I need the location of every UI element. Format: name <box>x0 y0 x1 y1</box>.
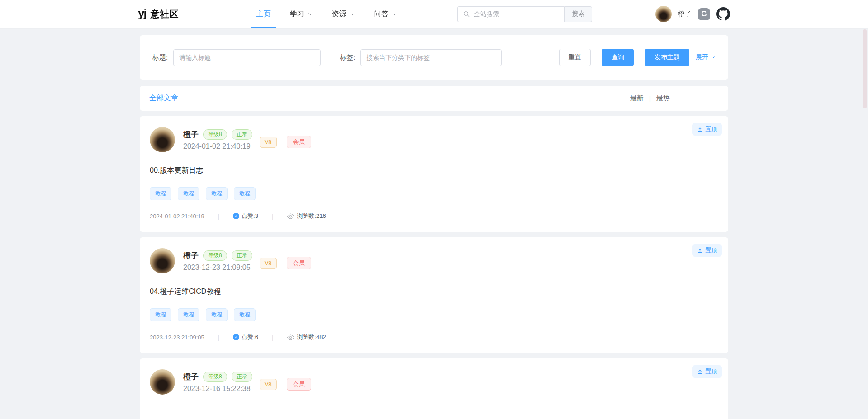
nav-item-resources[interactable]: 资源 <box>323 0 365 28</box>
like-check-icon: ✓ <box>233 213 239 219</box>
scrollbar[interactable] <box>863 29 867 108</box>
views-count: 浏览数:216 <box>297 212 326 220</box>
search-input[interactable] <box>457 6 564 22</box>
post-card: 置顶 橙子 等级8 正常 2023-12-16 15:22:38 V8 会员 <box>140 358 728 419</box>
post-datetime: 2023-12-16 15:22:38 <box>183 385 252 393</box>
pin-button[interactable]: 置顶 <box>692 123 722 136</box>
tag-pill[interactable]: 教程 <box>150 308 171 321</box>
tag-pill[interactable]: 教程 <box>206 187 228 200</box>
nav-item-learn[interactable]: 学习 <box>280 0 323 28</box>
author-avatar[interactable] <box>150 369 175 395</box>
author-name[interactable]: 橙子 <box>183 250 199 261</box>
tag-filter-input[interactable] <box>360 49 502 66</box>
like-check-icon: ✓ <box>233 334 239 340</box>
views-stat: 浏览数:482 <box>287 333 326 341</box>
expand-toggle[interactable]: 展开 <box>696 53 716 61</box>
pin-top-icon <box>697 127 703 132</box>
main-content: 标题: 标签: 重置 查询 发布主题 展开 全部文章 最新 | 最热 置顶 <box>140 35 728 419</box>
filter-actions: 重置 查询 发布主题 展开 <box>559 49 716 66</box>
pin-top-icon <box>697 248 703 254</box>
likes-count: 点赞:3 <box>242 212 258 220</box>
nav-item-learn-label: 学习 <box>290 9 304 19</box>
vip-badges: V8 会员 <box>260 257 311 269</box>
post-card: 置顶 橙子 等级8 正常 2024-01-02 21:40:19 V8 会员 0… <box>140 116 728 232</box>
post-header: 橙子 等级8 正常 2024-01-02 21:40:19 V8 会员 <box>150 127 718 152</box>
title-filter-label: 标题: <box>152 53 168 62</box>
pin-label: 置顶 <box>705 125 717 133</box>
site-logo[interactable]: yj 意社区 <box>138 8 179 20</box>
list-header: 全部文章 最新 | 最热 <box>140 86 728 111</box>
post-header: 橙子 等级8 正常 2023-12-16 15:22:38 V8 会员 <box>150 369 718 395</box>
tag-pill[interactable]: 教程 <box>178 308 199 321</box>
author-info: 橙子 等级8 正常 2023-12-16 15:22:38 <box>183 372 252 393</box>
post-datetime: 2024-01-02 21:40:19 <box>183 142 252 151</box>
tag-row: 教程 教程 教程 教程 <box>150 308 718 321</box>
chevron-down-icon <box>710 55 716 60</box>
tag-pill[interactable]: 教程 <box>150 187 171 200</box>
chevron-down-icon <box>308 11 313 17</box>
reset-button[interactable]: 重置 <box>559 49 591 66</box>
tag-pill[interactable]: 教程 <box>178 187 199 200</box>
nav-item-home[interactable]: 主页 <box>247 0 280 28</box>
likes-count: 点赞:6 <box>242 333 258 341</box>
logo-icon: yj <box>138 7 146 19</box>
post-title[interactable]: 04.橙子运维CICD教程 <box>150 287 718 297</box>
vip-badge: V8 <box>260 258 277 269</box>
nav-item-qa[interactable]: 问答 <box>365 0 407 28</box>
filter-bar: 标题: 标签: 重置 查询 发布主题 展开 <box>140 35 728 80</box>
post-footer: 2023-12-23 21:09:05 | ✓ 点赞:6 | 浏览数:482 <box>150 333 718 341</box>
pin-button[interactable]: 置顶 <box>692 244 722 257</box>
navbar: yj 意社区 主页 学习 资源 问答 搜索 橙子 G <box>0 0 868 28</box>
nav-item-home-label: 主页 <box>256 9 271 19</box>
all-articles-tab[interactable]: 全部文章 <box>149 94 178 103</box>
tag-pill[interactable]: 教程 <box>234 187 256 200</box>
member-badge: 会员 <box>287 257 311 269</box>
level-badge: 等级8 <box>203 250 227 261</box>
search-icon <box>463 10 470 18</box>
eye-icon <box>287 334 294 341</box>
footer-date: 2023-12-23 21:09:05 <box>150 334 204 341</box>
search-button[interactable]: 搜索 <box>564 6 592 22</box>
tag-pill[interactable]: 教程 <box>234 308 256 321</box>
views-stat: 浏览数:216 <box>287 212 326 220</box>
nav-item-resources-label: 资源 <box>332 9 346 19</box>
post-datetime: 2023-12-23 21:09:05 <box>183 264 252 272</box>
username[interactable]: 橙子 <box>678 10 692 19</box>
tag-pill[interactable]: 教程 <box>206 308 228 321</box>
gitee-icon[interactable]: G <box>698 8 710 20</box>
pin-label: 置顶 <box>705 367 717 376</box>
post-header: 橙子 等级8 正常 2023-12-23 21:09:05 V8 会员 <box>150 248 718 273</box>
main-nav: 主页 学习 资源 问答 <box>247 0 407 28</box>
author-avatar[interactable] <box>150 127 175 152</box>
author-avatar[interactable] <box>150 248 175 273</box>
author-name[interactable]: 橙子 <box>183 129 199 140</box>
user-avatar[interactable] <box>655 6 672 22</box>
expand-label: 展开 <box>696 53 708 61</box>
vip-badges: V8 会员 <box>260 136 311 148</box>
author-info: 橙子 等级8 正常 2024-01-02 21:40:19 <box>183 129 252 151</box>
query-button[interactable]: 查询 <box>602 49 634 66</box>
publish-topic-button[interactable]: 发布主题 <box>645 49 689 66</box>
vip-badges: V8 会员 <box>260 378 311 391</box>
chevron-down-icon <box>392 11 397 17</box>
pin-top-icon <box>697 369 703 375</box>
pin-button[interactable]: 置顶 <box>692 365 722 378</box>
status-badge: 正常 <box>232 250 252 261</box>
status-badge: 正常 <box>232 129 252 140</box>
sort-hottest[interactable]: 最热 <box>656 94 670 103</box>
title-filter-input[interactable] <box>173 49 321 66</box>
member-badge: 会员 <box>287 378 311 391</box>
post-card: 置顶 橙子 等级8 正常 2023-12-23 21:09:05 V8 会员 0… <box>140 237 728 353</box>
author-name[interactable]: 橙子 <box>183 372 199 382</box>
tag-filter-label: 标签: <box>340 53 355 62</box>
post-title[interactable]: 00.版本更新日志 <box>150 166 718 175</box>
likes-stat: ✓ 点赞:6 <box>233 333 258 341</box>
github-icon[interactable] <box>716 7 730 21</box>
footer-divider: | <box>218 213 219 220</box>
sort-group: 最新 | 最热 <box>630 94 670 103</box>
eye-icon <box>287 212 294 220</box>
sort-newest[interactable]: 最新 <box>630 94 644 103</box>
footer-divider: | <box>272 213 273 220</box>
chevron-down-icon <box>350 11 355 17</box>
nav-item-qa-label: 问答 <box>374 9 389 19</box>
